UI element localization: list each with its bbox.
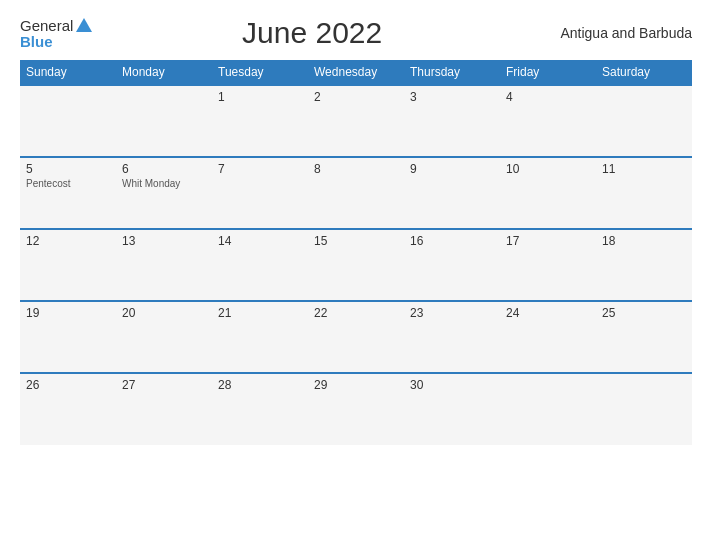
day-number: 21 [218, 306, 302, 320]
day-number: 15 [314, 234, 398, 248]
day-number: 27 [122, 378, 206, 392]
day-number: 13 [122, 234, 206, 248]
calendar-cell: 15 [308, 229, 404, 301]
calendar-cell: 2 [308, 85, 404, 157]
calendar-cell: 13 [116, 229, 212, 301]
header-sunday: Sunday [20, 60, 116, 85]
calendar-cell: 4 [500, 85, 596, 157]
logo-blue-text: Blue [20, 34, 92, 49]
calendar-cell [20, 85, 116, 157]
day-number: 25 [602, 306, 686, 320]
header-monday: Monday [116, 60, 212, 85]
calendar-week-row: 12131415161718 [20, 229, 692, 301]
day-number: 4 [506, 90, 590, 104]
calendar-cell [116, 85, 212, 157]
calendar-cell [500, 373, 596, 445]
day-number: 17 [506, 234, 590, 248]
calendar-cell: 16 [404, 229, 500, 301]
header-friday: Friday [500, 60, 596, 85]
calendar-cell: 27 [116, 373, 212, 445]
day-number: 7 [218, 162, 302, 176]
calendar-table: Sunday Monday Tuesday Wednesday Thursday… [20, 60, 692, 445]
calendar-header-row: Sunday Monday Tuesday Wednesday Thursday… [20, 60, 692, 85]
day-number: 18 [602, 234, 686, 248]
holiday-label: Whit Monday [122, 178, 206, 189]
day-number: 1 [218, 90, 302, 104]
calendar-cell: 21 [212, 301, 308, 373]
day-number: 11 [602, 162, 686, 176]
calendar-cell: 10 [500, 157, 596, 229]
day-number: 28 [218, 378, 302, 392]
calendar-cell: 28 [212, 373, 308, 445]
day-number: 3 [410, 90, 494, 104]
day-number: 24 [506, 306, 590, 320]
day-number: 30 [410, 378, 494, 392]
day-number: 10 [506, 162, 590, 176]
day-number: 6 [122, 162, 206, 176]
day-number: 8 [314, 162, 398, 176]
calendar-cell: 29 [308, 373, 404, 445]
calendar-cell: 3 [404, 85, 500, 157]
day-number: 5 [26, 162, 110, 176]
country-label: Antigua and Barbuda [532, 25, 692, 41]
calendar-cell: 17 [500, 229, 596, 301]
calendar-title: June 2022 [92, 16, 532, 50]
header-thursday: Thursday [404, 60, 500, 85]
day-number: 20 [122, 306, 206, 320]
day-number: 9 [410, 162, 494, 176]
logo-general-text: General [20, 18, 73, 33]
page: General Blue June 2022 Antigua and Barbu… [0, 0, 712, 550]
day-number: 26 [26, 378, 110, 392]
calendar-cell: 24 [500, 301, 596, 373]
calendar-cell: 5Pentecost [20, 157, 116, 229]
calendar-cell: 20 [116, 301, 212, 373]
calendar-cell [596, 373, 692, 445]
calendar-cell: 18 [596, 229, 692, 301]
day-number: 29 [314, 378, 398, 392]
day-number: 22 [314, 306, 398, 320]
calendar-cell: 7 [212, 157, 308, 229]
holiday-label: Pentecost [26, 178, 110, 189]
header-tuesday: Tuesday [212, 60, 308, 85]
calendar-cell: 30 [404, 373, 500, 445]
day-number: 14 [218, 234, 302, 248]
header-wednesday: Wednesday [308, 60, 404, 85]
day-number: 23 [410, 306, 494, 320]
header: General Blue June 2022 Antigua and Barbu… [20, 16, 692, 50]
day-number: 2 [314, 90, 398, 104]
calendar-week-row: 2627282930 [20, 373, 692, 445]
calendar-cell [596, 85, 692, 157]
calendar-week-row: 5Pentecost6Whit Monday7891011 [20, 157, 692, 229]
day-number: 16 [410, 234, 494, 248]
day-number: 19 [26, 306, 110, 320]
calendar-cell: 14 [212, 229, 308, 301]
calendar-cell: 19 [20, 301, 116, 373]
calendar-cell: 8 [308, 157, 404, 229]
calendar-cell: 25 [596, 301, 692, 373]
calendar-week-row: 19202122232425 [20, 301, 692, 373]
calendar-cell: 1 [212, 85, 308, 157]
calendar-cell: 23 [404, 301, 500, 373]
calendar-cell: 9 [404, 157, 500, 229]
calendar-cell: 6Whit Monday [116, 157, 212, 229]
calendar-cell: 26 [20, 373, 116, 445]
calendar-cell: 22 [308, 301, 404, 373]
calendar-cell: 12 [20, 229, 116, 301]
logo-triangle-icon [76, 18, 92, 32]
logo: General Blue [20, 18, 92, 49]
header-saturday: Saturday [596, 60, 692, 85]
day-number: 12 [26, 234, 110, 248]
calendar-week-row: 1234 [20, 85, 692, 157]
calendar-cell: 11 [596, 157, 692, 229]
